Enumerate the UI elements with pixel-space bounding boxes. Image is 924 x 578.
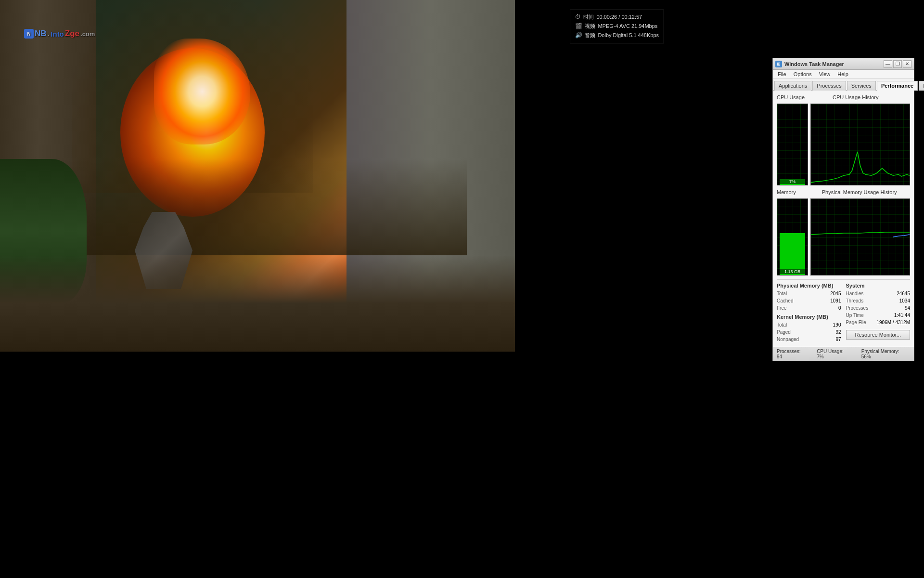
menu-file[interactable]: File xyxy=(775,71,789,78)
sys-threads-value: 1034 xyxy=(899,297,910,304)
video-icon: 🎬 xyxy=(575,22,582,31)
video-info-overlay: ⏱ 时间 00:00:26 / 00:12:57 🎬 视频 MPEG-4 AVC… xyxy=(570,10,664,43)
audio-icon: 🔊 xyxy=(575,31,582,40)
sys-processes-value: 94 xyxy=(905,304,910,312)
memory-bar-fill xyxy=(780,233,805,275)
watermark-icon: N xyxy=(24,29,34,39)
clock-icon: ⏱ xyxy=(575,13,581,22)
video-value: MPEG-4 AVC 21.94Mbps xyxy=(598,22,657,31)
cpu-charts-row: 7% xyxy=(777,104,910,185)
km-paged-row: Paged 92 xyxy=(777,328,841,336)
physical-memory-title: Physical Memory (MB) xyxy=(777,283,841,289)
statusbar-processes: Processes: 94 xyxy=(777,349,807,359)
kernel-memory-stats: Kernel Memory (MB) Total 190 Paged 92 No… xyxy=(777,314,841,343)
km-nonpaged-label: Nonpaged xyxy=(777,336,799,343)
tab-performance[interactable]: Performance xyxy=(877,81,918,91)
pm-cached-value: 1091 xyxy=(830,297,841,304)
window-controls: — ❐ ✕ xyxy=(884,60,911,68)
tab-applications[interactable]: Applications xyxy=(774,81,811,91)
pm-free-value: 0 xyxy=(838,304,841,312)
minimize-button[interactable]: — xyxy=(884,60,892,68)
cpu-usage-title: CPU Usage xyxy=(777,94,805,100)
statusbar: Processes: 94 CPU Usage: 7% Physical Mem… xyxy=(773,347,914,361)
sys-threads-row: Threads 1034 xyxy=(846,297,911,304)
km-nonpaged-row: Nonpaged 97 xyxy=(777,336,841,343)
desktop: N NB . Into Zge .com ⏱ 时间 00:00:26 / 00:… xyxy=(0,0,924,578)
cpu-percentage-label: 7% xyxy=(777,179,808,184)
time-label: 时间 xyxy=(583,13,594,22)
stats-section: Physical Memory (MB) Total 2045 Cached 1… xyxy=(777,279,910,343)
titlebar: ⊞ Windows Task Manager — ❐ ✕ xyxy=(773,58,914,70)
watermark: N NB . Into Zge .com xyxy=(24,29,95,39)
tm-content: CPU Usage CPU Usage History 7% xyxy=(773,91,914,347)
sys-pagefile-label: Page File xyxy=(846,319,866,326)
sys-threads-label: Threads xyxy=(846,297,864,304)
time-value: 00:00:26 / 00:12:57 xyxy=(596,13,642,22)
cpu-usage-chart-container: 7% xyxy=(777,104,808,185)
close-button[interactable]: ✕ xyxy=(903,60,911,68)
sys-uptime-value: 1:41:44 xyxy=(894,312,910,319)
watermark-into: Into xyxy=(51,30,64,38)
sys-uptime-label: Up Time xyxy=(846,312,864,319)
watermark-dot: . xyxy=(48,29,50,39)
memory-history-svg xyxy=(811,199,910,275)
audio-value: Dolby Digital 5.1 448Kbps xyxy=(598,31,659,40)
menu-view[interactable]: View xyxy=(817,71,833,78)
cpu-history-chart xyxy=(810,104,910,185)
cpu-usage-grid xyxy=(777,104,808,185)
task-manager-window: ⊞ Windows Task Manager — ❐ ✕ File Option… xyxy=(772,58,914,361)
pm-cached-row: Cached 1091 xyxy=(777,297,841,304)
sys-processes-row: Processes 94 xyxy=(846,304,911,312)
time-row: ⏱ 时间 00:00:26 / 00:12:57 xyxy=(575,13,659,22)
cpu-history-svg xyxy=(811,104,910,185)
km-total-label: Total xyxy=(777,321,787,328)
cpu-usage-chart: 7% xyxy=(777,104,808,185)
sys-handles-value: 24645 xyxy=(897,290,910,297)
pm-total-label: Total xyxy=(777,290,787,297)
statusbar-memory: Physical Memory: 56% xyxy=(861,349,910,359)
tab-networking[interactable]: Networking xyxy=(919,81,924,91)
sys-pagefile-row: Page File 1906M / 4312M xyxy=(846,319,911,326)
pm-free-label: Free xyxy=(777,304,787,312)
cpu-history-title: CPU Usage History xyxy=(833,94,878,100)
pm-cached-label: Cached xyxy=(777,297,793,304)
pm-total-row: Total 2045 xyxy=(777,290,841,297)
video-label: 视频 xyxy=(585,22,595,31)
movie-frame xyxy=(0,0,515,352)
audio-row: 🔊 音频 Dolby Digital 5.1 448Kbps xyxy=(575,31,659,40)
sys-uptime-row: Up Time 1:41:44 xyxy=(846,312,911,319)
sys-processes-label: Processes xyxy=(846,304,869,312)
physical-memory-stats: Physical Memory (MB) Total 2045 Cached 1… xyxy=(777,283,841,343)
system-title: System xyxy=(846,283,911,289)
tab-processes[interactable]: Processes xyxy=(812,81,846,91)
window-title: Windows Task Manager xyxy=(784,61,844,67)
menu-options[interactable]: Options xyxy=(791,71,814,78)
tab-services[interactable]: Services xyxy=(847,81,876,91)
kernel-memory-title: Kernel Memory (MB) xyxy=(777,314,841,320)
tabs-bar: Applications Processes Services Performa… xyxy=(773,79,914,91)
km-paged-label: Paged xyxy=(777,328,791,336)
km-total-row: Total 190 xyxy=(777,321,841,328)
resource-monitor-button[interactable]: Resource Monitor... xyxy=(846,330,911,340)
watermark-com: .com xyxy=(80,30,95,38)
watermark-zge: Zge xyxy=(65,29,79,39)
restore-button[interactable]: ❐ xyxy=(893,60,902,68)
km-paged-value: 92 xyxy=(835,328,841,336)
sys-handles-label: Handles xyxy=(846,290,864,297)
title-left: ⊞ Windows Task Manager xyxy=(775,61,844,67)
sys-handles-row: Handles 24645 xyxy=(846,290,911,297)
audio-label: 音频 xyxy=(585,31,595,40)
memory-history-title: Physical Memory Usage History xyxy=(822,189,897,195)
memory-charts-row: 1.13 GB xyxy=(777,198,910,276)
taskmanager-icon: ⊞ xyxy=(775,61,782,67)
menu-help[interactable]: Help xyxy=(835,71,851,78)
pm-total-value: 2045 xyxy=(830,290,841,297)
memory-usage-chart-container: 1.13 GB xyxy=(777,198,808,276)
memory-usage-chart: 1.13 GB xyxy=(777,198,808,276)
system-stats: System Handles 24645 Threads 1034 Proces… xyxy=(846,283,911,343)
ground-effect xyxy=(0,255,515,352)
memory-history-chart xyxy=(810,198,910,276)
statusbar-cpu: CPU Usage: 7% xyxy=(817,349,852,359)
memory-title: Memory xyxy=(777,189,796,195)
menubar: File Options View Help xyxy=(773,70,914,79)
